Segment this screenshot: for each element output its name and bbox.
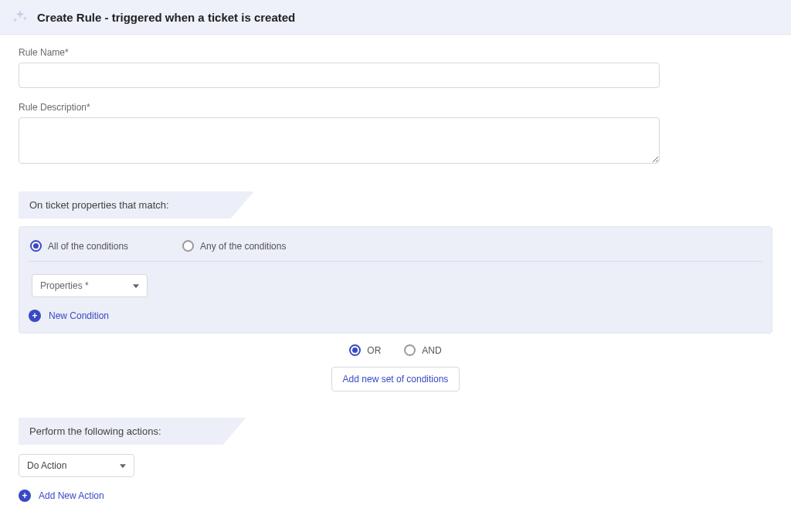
rule-description-textarea[interactable] [19, 117, 660, 164]
combine-and-label: AND [422, 345, 441, 356]
match-any-label: Any of the conditions [200, 241, 286, 252]
match-any-radio[interactable]: Any of the conditions [182, 240, 286, 252]
new-condition-label: New Condition [49, 310, 109, 321]
properties-dropdown[interactable]: Properties * [32, 274, 148, 297]
combine-or-radio[interactable]: OR [349, 344, 381, 356]
combine-and-radio[interactable]: AND [404, 344, 441, 356]
add-conditions-row: Add new set of conditions [19, 367, 772, 391]
properties-dropdown-label: Properties * [40, 280, 89, 291]
add-condition-set-button[interactable]: Add new set of conditions [331, 367, 460, 391]
do-action-dropdown[interactable]: Do Action [19, 454, 134, 477]
conditions-section-title: On ticket properties that match: [19, 191, 254, 219]
rule-description-label: Rule Description* [19, 102, 772, 113]
plus-circle-icon: + [19, 490, 31, 502]
radio-icon [30, 240, 42, 252]
actions-section-title: Perform the following actions: [19, 418, 246, 445]
sparkle-icon [11, 8, 29, 26]
chevron-down-icon [120, 464, 126, 468]
match-mode-row: All of the conditions Any of the conditi… [29, 238, 762, 262]
conditions-panel: All of the conditions Any of the conditi… [19, 226, 772, 334]
radio-icon [182, 240, 194, 252]
add-new-action-button[interactable]: + Add New Action [19, 490, 772, 502]
combine-or-label: OR [367, 345, 381, 356]
match-all-label: All of the conditions [48, 241, 128, 252]
rule-name-input[interactable] [19, 63, 660, 88]
radio-icon [404, 344, 416, 356]
do-action-label: Do Action [27, 460, 66, 471]
radio-icon [349, 344, 361, 356]
page-header: Create Rule - triggered when a ticket is… [0, 0, 791, 35]
add-new-action-label: Add New Action [39, 490, 104, 501]
match-all-radio[interactable]: All of the conditions [30, 240, 128, 252]
page-content: Rule Name* Rule Description* On ticket p… [0, 35, 791, 532]
new-condition-button[interactable]: + New Condition [29, 310, 762, 322]
combine-mode-row: OR AND [19, 344, 772, 356]
plus-circle-icon: + [29, 310, 41, 322]
page-title: Create Rule - triggered when a ticket is… [37, 11, 295, 24]
chevron-down-icon [133, 284, 139, 288]
rule-name-label: Rule Name* [19, 47, 772, 58]
